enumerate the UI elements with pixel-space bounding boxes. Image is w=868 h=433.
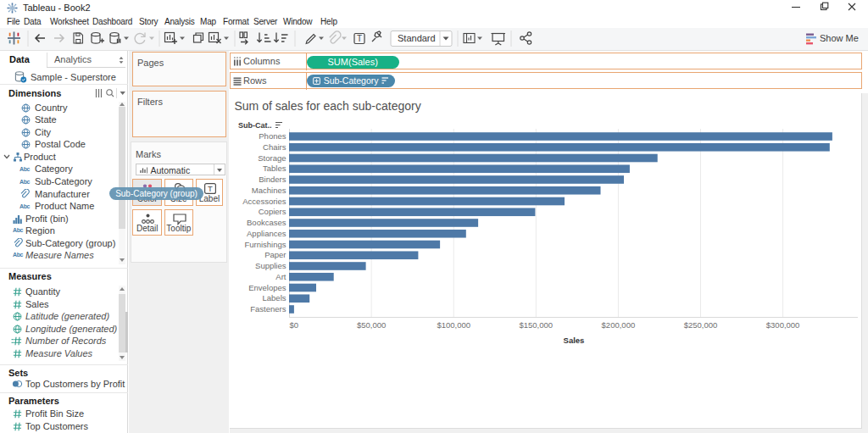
svg-text:$50,000: $50,000 <box>357 320 386 330</box>
svg-text:$250,000: $250,000 <box>684 320 718 330</box>
svg-text:Sales: Sales <box>564 336 585 345</box>
svg-text:Machines: Machines <box>252 186 287 195</box>
svg-text:Chairs: Chairs <box>263 142 287 152</box>
svg-text:Sum of sales for each sub-cate: Sum of sales for each sub-category <box>235 99 421 113</box>
svg-text:$100,000: $100,000 <box>437 320 470 330</box>
svg-text:$200,000: $200,000 <box>602 320 636 330</box>
svg-text:Standard: Standard <box>398 33 436 43</box>
svg-text:T: T <box>357 34 362 43</box>
svg-text:Furnishings: Furnishings <box>244 240 286 249</box>
svg-text:T: T <box>208 184 213 193</box>
svg-text:Tables: Tables <box>263 164 287 173</box>
svg-text:$0: $0 <box>290 320 299 330</box>
svg-text:Storage: Storage <box>258 153 286 163</box>
svg-text:Phones: Phones <box>259 131 286 141</box>
svg-text:Supplies: Supplies <box>255 261 287 270</box>
svg-text:Show Me: Show Me <box>820 33 859 43</box>
svg-text:$150,000: $150,000 <box>519 320 553 330</box>
svg-text:Sub-Cat..: Sub-Cat.. <box>238 121 272 130</box>
svg-text:Copiers: Copiers <box>259 207 287 216</box>
svg-text:Accessories: Accessories <box>242 197 286 206</box>
svg-text:Bookcases: Bookcases <box>247 218 287 227</box>
svg-text:Binders: Binders <box>259 175 286 184</box>
svg-text:$300,000: $300,000 <box>766 320 800 330</box>
svg-text:Labels: Labels <box>263 293 287 303</box>
svg-text:Appliances: Appliances <box>247 229 287 238</box>
svg-text:Art: Art <box>275 272 287 281</box>
svg-text:Fasteners: Fasteners <box>250 304 286 314</box>
svg-text:Paper: Paper <box>264 250 286 259</box>
svg-text:Envelopes: Envelopes <box>248 283 287 292</box>
